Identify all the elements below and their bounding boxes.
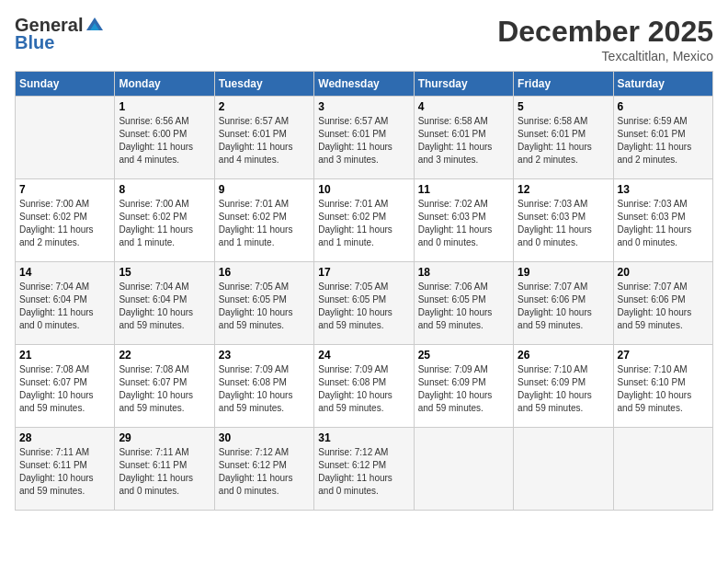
- calendar-cell: [16, 97, 115, 179]
- calendar-cell: 31Sunrise: 7:12 AM Sunset: 6:12 PM Dayli…: [314, 428, 414, 511]
- day-info: Sunrise: 6:58 AM Sunset: 6:01 PM Dayligh…: [418, 115, 509, 167]
- day-info: Sunrise: 7:09 AM Sunset: 6:08 PM Dayligh…: [318, 363, 409, 415]
- day-number: 11: [418, 183, 509, 196]
- calendar-cell: 27Sunrise: 7:10 AM Sunset: 6:10 PM Dayli…: [613, 345, 712, 428]
- calendar-cell: 7Sunrise: 7:00 AM Sunset: 6:02 PM Daylig…: [16, 179, 115, 262]
- day-info: Sunrise: 7:09 AM Sunset: 6:09 PM Dayligh…: [418, 363, 509, 415]
- day-info: Sunrise: 7:04 AM Sunset: 6:04 PM Dayligh…: [19, 281, 110, 332]
- day-info: Sunrise: 7:01 AM Sunset: 6:02 PM Dayligh…: [219, 198, 310, 249]
- calendar-cell: [514, 428, 613, 511]
- weekday-header-tuesday: Tuesday: [214, 72, 313, 97]
- day-number: 22: [119, 349, 210, 362]
- day-number: 15: [119, 266, 210, 279]
- calendar-cell: 29Sunrise: 7:11 AM Sunset: 6:11 PM Dayli…: [115, 428, 214, 511]
- day-info: Sunrise: 7:08 AM Sunset: 6:07 PM Dayligh…: [19, 363, 110, 415]
- day-info: Sunrise: 7:00 AM Sunset: 6:02 PM Dayligh…: [19, 198, 110, 249]
- week-row-3: 14Sunrise: 7:04 AM Sunset: 6:04 PM Dayli…: [16, 262, 713, 345]
- day-number: 8: [119, 183, 210, 196]
- week-row-4: 21Sunrise: 7:08 AM Sunset: 6:07 PM Dayli…: [16, 345, 713, 428]
- day-number: 1: [119, 100, 210, 113]
- day-number: 17: [318, 266, 409, 279]
- calendar-cell: 17Sunrise: 7:05 AM Sunset: 6:05 PM Dayli…: [314, 262, 414, 345]
- calendar-cell: 21Sunrise: 7:08 AM Sunset: 6:07 PM Dayli…: [16, 345, 115, 428]
- day-info: Sunrise: 7:02 AM Sunset: 6:03 PM Dayligh…: [418, 198, 509, 249]
- calendar-cell: [613, 428, 712, 511]
- day-info: Sunrise: 7:01 AM Sunset: 6:02 PM Dayligh…: [318, 198, 409, 249]
- week-row-5: 28Sunrise: 7:11 AM Sunset: 6:11 PM Dayli…: [16, 428, 713, 511]
- day-info: Sunrise: 7:04 AM Sunset: 6:04 PM Dayligh…: [119, 281, 210, 332]
- day-number: 21: [19, 349, 110, 362]
- calendar-cell: 10Sunrise: 7:01 AM Sunset: 6:02 PM Dayli…: [314, 179, 414, 262]
- calendar-cell: 20Sunrise: 7:07 AM Sunset: 6:06 PM Dayli…: [613, 262, 712, 345]
- day-info: Sunrise: 6:57 AM Sunset: 6:01 PM Dayligh…: [318, 115, 409, 167]
- weekday-header-sunday: Sunday: [16, 72, 115, 97]
- location: Texcaltitlan, Mexico: [497, 49, 713, 63]
- day-number: 3: [318, 100, 409, 113]
- calendar-cell: 28Sunrise: 7:11 AM Sunset: 6:11 PM Dayli…: [16, 428, 115, 511]
- calendar-table: SundayMondayTuesdayWednesdayThursdayFrid…: [15, 71, 713, 511]
- calendar-cell: 22Sunrise: 7:08 AM Sunset: 6:07 PM Dayli…: [115, 345, 214, 428]
- day-number: 23: [219, 349, 310, 362]
- day-info: Sunrise: 7:06 AM Sunset: 6:05 PM Dayligh…: [418, 281, 509, 332]
- day-info: Sunrise: 7:05 AM Sunset: 6:05 PM Dayligh…: [318, 281, 409, 332]
- calendar-cell: 8Sunrise: 7:00 AM Sunset: 6:02 PM Daylig…: [115, 179, 214, 262]
- day-info: Sunrise: 7:07 AM Sunset: 6:06 PM Dayligh…: [518, 281, 609, 332]
- day-number: 14: [19, 266, 110, 279]
- day-number: 25: [418, 349, 509, 362]
- day-info: Sunrise: 7:00 AM Sunset: 6:02 PM Dayligh…: [119, 198, 210, 249]
- day-number: 13: [618, 183, 709, 196]
- day-number: 12: [518, 183, 609, 196]
- calendar-cell: 26Sunrise: 7:10 AM Sunset: 6:09 PM Dayli…: [514, 345, 613, 428]
- calendar-cell: 13Sunrise: 7:03 AM Sunset: 6:03 PM Dayli…: [613, 179, 712, 262]
- calendar-cell: 30Sunrise: 7:12 AM Sunset: 6:12 PM Dayli…: [214, 428, 313, 511]
- day-info: Sunrise: 7:10 AM Sunset: 6:09 PM Dayligh…: [518, 363, 609, 415]
- calendar-cell: 24Sunrise: 7:09 AM Sunset: 6:08 PM Dayli…: [314, 345, 414, 428]
- day-info: Sunrise: 6:59 AM Sunset: 6:01 PM Dayligh…: [618, 115, 709, 167]
- day-number: 27: [618, 349, 709, 362]
- calendar-cell: 23Sunrise: 7:09 AM Sunset: 6:08 PM Dayli…: [214, 345, 313, 428]
- day-number: 18: [418, 266, 509, 279]
- calendar-cell: 25Sunrise: 7:09 AM Sunset: 6:09 PM Dayli…: [414, 345, 513, 428]
- day-info: Sunrise: 7:11 AM Sunset: 6:11 PM Dayligh…: [119, 446, 210, 498]
- calendar-cell: 18Sunrise: 7:06 AM Sunset: 6:05 PM Dayli…: [414, 262, 513, 345]
- calendar-cell: 16Sunrise: 7:05 AM Sunset: 6:05 PM Dayli…: [214, 262, 313, 345]
- day-number: 30: [219, 431, 310, 444]
- day-number: 2: [219, 100, 310, 113]
- day-number: 10: [318, 183, 409, 196]
- day-number: 29: [119, 431, 210, 444]
- day-number: 31: [318, 431, 409, 444]
- day-info: Sunrise: 7:05 AM Sunset: 6:05 PM Dayligh…: [219, 281, 310, 332]
- calendar-cell: [414, 428, 513, 511]
- day-number: 7: [19, 183, 110, 196]
- calendar-cell: 19Sunrise: 7:07 AM Sunset: 6:06 PM Dayli…: [514, 262, 613, 345]
- calendar-cell: 6Sunrise: 6:59 AM Sunset: 6:01 PM Daylig…: [613, 97, 712, 179]
- day-info: Sunrise: 7:10 AM Sunset: 6:10 PM Dayligh…: [618, 363, 709, 415]
- day-info: Sunrise: 7:11 AM Sunset: 6:11 PM Dayligh…: [19, 446, 110, 498]
- day-number: 5: [518, 100, 609, 113]
- calendar-cell: 11Sunrise: 7:02 AM Sunset: 6:03 PM Dayli…: [414, 179, 513, 262]
- day-number: 9: [219, 183, 310, 196]
- day-number: 19: [518, 266, 609, 279]
- day-number: 6: [618, 100, 709, 113]
- calendar-cell: 15Sunrise: 7:04 AM Sunset: 6:04 PM Dayli…: [115, 262, 214, 345]
- day-info: Sunrise: 6:56 AM Sunset: 6:00 PM Dayligh…: [119, 115, 210, 167]
- calendar-cell: 9Sunrise: 7:01 AM Sunset: 6:02 PM Daylig…: [214, 179, 313, 262]
- day-info: Sunrise: 7:12 AM Sunset: 6:12 PM Dayligh…: [318, 446, 409, 498]
- calendar-cell: 3Sunrise: 6:57 AM Sunset: 6:01 PM Daylig…: [314, 97, 414, 179]
- day-info: Sunrise: 7:12 AM Sunset: 6:12 PM Dayligh…: [219, 446, 310, 498]
- day-number: 20: [618, 266, 709, 279]
- calendar-cell: 4Sunrise: 6:58 AM Sunset: 6:01 PM Daylig…: [414, 97, 513, 179]
- weekday-header-row: SundayMondayTuesdayWednesdayThursdayFrid…: [16, 72, 713, 97]
- day-info: Sunrise: 7:07 AM Sunset: 6:06 PM Dayligh…: [618, 281, 709, 332]
- day-number: 26: [518, 349, 609, 362]
- day-info: Sunrise: 7:03 AM Sunset: 6:03 PM Dayligh…: [618, 198, 709, 249]
- weekday-header-wednesday: Wednesday: [314, 72, 414, 97]
- weekday-header-thursday: Thursday: [414, 72, 513, 97]
- calendar-cell: 12Sunrise: 7:03 AM Sunset: 6:03 PM Dayli…: [514, 179, 613, 262]
- week-row-2: 7Sunrise: 7:00 AM Sunset: 6:02 PM Daylig…: [16, 179, 713, 262]
- day-info: Sunrise: 7:09 AM Sunset: 6:08 PM Dayligh…: [219, 363, 310, 415]
- day-number: 16: [219, 266, 310, 279]
- weekday-header-saturday: Saturday: [613, 72, 712, 97]
- day-number: 4: [418, 100, 509, 113]
- page-header: General Blue December 2025 Texcaltitlan,…: [15, 15, 713, 63]
